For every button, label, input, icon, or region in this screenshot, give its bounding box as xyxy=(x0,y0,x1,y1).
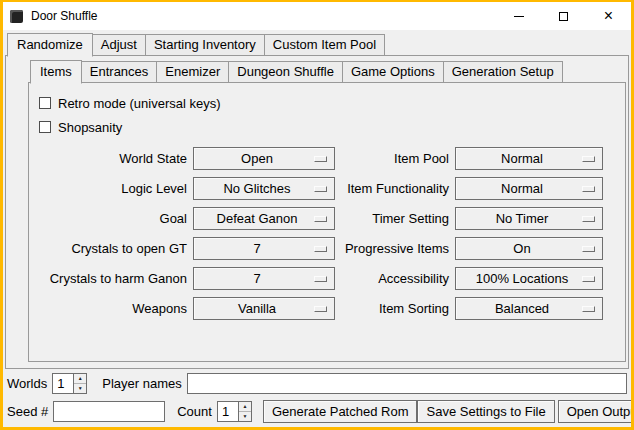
accessibility-dropdown[interactable]: 100% Locations xyxy=(455,267,603,290)
seed-input[interactable] xyxy=(53,401,165,422)
maximize-icon xyxy=(559,12,568,21)
save-settings-button[interactable]: Save Settings to File xyxy=(417,400,554,423)
close-icon: × xyxy=(604,8,613,24)
tab-dungeon-shuffle[interactable]: Dungeon Shuffle xyxy=(228,61,343,83)
close-button[interactable]: × xyxy=(586,2,631,30)
dropdown-indicator-icon xyxy=(314,156,327,162)
spin-down-button[interactable]: ▼ xyxy=(239,411,251,421)
spin-down-button[interactable]: ▼ xyxy=(74,383,86,393)
weapons-label: Weapons xyxy=(37,297,187,320)
goal-value: Defeat Ganon xyxy=(217,211,312,226)
count-label: Count xyxy=(177,404,212,419)
item-functionality-value: Normal xyxy=(501,181,557,196)
weapons-value: Vanilla xyxy=(238,301,290,316)
crystals-open-gt-label: Crystals to open GT xyxy=(37,237,187,260)
items-panel: Retro mode (universal keys) Shopsanity W… xyxy=(28,82,626,362)
item-sorting-label: Item Sorting xyxy=(341,297,449,320)
count-spinner[interactable]: 1 ▲ ▼ xyxy=(217,401,252,422)
tab-generation-setup[interactable]: Generation Setup xyxy=(443,61,563,83)
item-functionality-label: Item Functionality xyxy=(341,177,449,200)
retro-mode-checkbox-row[interactable]: Retro mode (universal keys) xyxy=(39,91,617,115)
logic-level-label: Logic Level xyxy=(37,177,187,200)
crystals-harm-ganon-value: 7 xyxy=(253,271,274,286)
dropdown-indicator-icon xyxy=(582,186,595,192)
dropdown-indicator-icon xyxy=(314,186,327,192)
tab-entrances[interactable]: Entrances xyxy=(81,61,158,83)
timer-setting-dropdown[interactable]: No Timer xyxy=(455,207,603,230)
accessibility-label: Accessibility xyxy=(341,267,449,290)
crystals-open-gt-dropdown[interactable]: 7 xyxy=(193,237,335,260)
app-window: Door Shuffle × Randomize Adjust Starting… xyxy=(0,0,634,430)
shopsanity-checkbox[interactable] xyxy=(39,121,51,133)
dropdown-indicator-icon xyxy=(314,216,327,222)
minimize-icon xyxy=(514,16,524,17)
bottom-bar: Worlds 1 ▲ ▼ Player names Seed # Count 1… xyxy=(3,369,631,427)
open-output-directory-button[interactable]: Open Output Directory xyxy=(558,400,634,423)
generate-patched-rom-button[interactable]: Generate Patched Rom xyxy=(263,400,418,423)
minimize-button[interactable] xyxy=(496,2,541,30)
count-value: 1 xyxy=(218,402,238,421)
app-icon xyxy=(10,10,23,23)
item-pool-label: Item Pool xyxy=(341,147,449,170)
dropdown-indicator-icon xyxy=(314,306,327,312)
inner-tab-bar: Items Entrances Enemizer Dungeon Shuffle… xyxy=(6,58,628,83)
worlds-row: Worlds 1 ▲ ▼ Player names xyxy=(7,372,627,395)
tab-randomize[interactable]: Randomize xyxy=(7,33,93,57)
settings-grid: World State Open Item Pool Normal Logic … xyxy=(37,147,617,320)
weapons-dropdown[interactable]: Vanilla xyxy=(193,297,335,320)
window-title: Door Shuffle xyxy=(31,9,98,23)
title-bar: Door Shuffle × xyxy=(3,2,631,30)
tab-custom-item-pool[interactable]: Custom Item Pool xyxy=(264,34,385,56)
crystals-harm-ganon-label: Crystals to harm Ganon xyxy=(37,267,187,290)
player-names-label: Player names xyxy=(102,376,181,391)
crystals-open-gt-value: 7 xyxy=(253,241,274,256)
progressive-items-value: On xyxy=(513,241,544,256)
retro-mode-label: Retro mode (universal keys) xyxy=(58,96,221,111)
crystals-harm-ganon-dropdown[interactable]: 7 xyxy=(193,267,335,290)
window-controls: × xyxy=(496,2,631,30)
outer-tab-bar: Randomize Adjust Starting Inventory Cust… xyxy=(3,30,631,56)
goal-label: Goal xyxy=(37,207,187,230)
tab-items[interactable]: Items xyxy=(30,60,82,84)
goal-dropdown[interactable]: Defeat Ganon xyxy=(193,207,335,230)
retro-mode-checkbox[interactable] xyxy=(39,97,51,109)
dropdown-indicator-icon xyxy=(582,156,595,162)
spin-up-button[interactable]: ▲ xyxy=(74,374,86,383)
logic-level-dropdown[interactable]: No Glitches xyxy=(193,177,335,200)
item-pool-dropdown[interactable]: Normal xyxy=(455,147,603,170)
shopsanity-checkbox-row[interactable]: Shopsanity xyxy=(39,115,617,139)
seed-label: Seed # xyxy=(7,404,48,419)
tab-game-options[interactable]: Game Options xyxy=(342,61,444,83)
shopsanity-label: Shopsanity xyxy=(58,120,122,135)
item-functionality-dropdown[interactable]: Normal xyxy=(455,177,603,200)
maximize-button[interactable] xyxy=(541,2,586,30)
worlds-spinner-arrows: ▲ ▼ xyxy=(73,374,86,393)
world-state-value: Open xyxy=(241,151,287,166)
dropdown-indicator-icon xyxy=(314,246,327,252)
count-spinner-arrows: ▲ ▼ xyxy=(238,402,251,421)
player-names-input[interactable] xyxy=(187,373,627,394)
timer-setting-label: Timer Setting xyxy=(341,207,449,230)
progressive-items-dropdown[interactable]: On xyxy=(455,237,603,260)
accessibility-value: 100% Locations xyxy=(476,271,583,286)
item-sorting-value: Balanced xyxy=(495,301,563,316)
dropdown-indicator-icon xyxy=(582,216,595,222)
world-state-dropdown[interactable]: Open xyxy=(193,147,335,170)
progressive-items-label: Progressive Items xyxy=(341,237,449,260)
dropdown-indicator-icon xyxy=(314,276,327,282)
timer-setting-value: No Timer xyxy=(496,211,563,226)
worlds-value: 1 xyxy=(53,374,73,393)
world-state-label: World State xyxy=(37,147,187,170)
tab-starting-inventory[interactable]: Starting Inventory xyxy=(145,34,265,56)
item-sorting-dropdown[interactable]: Balanced xyxy=(455,297,603,320)
tab-adjust[interactable]: Adjust xyxy=(92,34,146,56)
tab-enemizer[interactable]: Enemizer xyxy=(156,61,229,83)
dropdown-indicator-icon xyxy=(582,306,595,312)
seed-row: Seed # Count 1 ▲ ▼ Generate Patched Rom … xyxy=(7,400,627,423)
worlds-spinner[interactable]: 1 ▲ ▼ xyxy=(52,373,87,394)
dropdown-indicator-icon xyxy=(582,246,595,252)
dropdown-indicator-icon xyxy=(582,276,595,282)
worlds-label: Worlds xyxy=(7,376,47,391)
spin-up-button[interactable]: ▲ xyxy=(239,402,251,411)
logic-level-value: No Glitches xyxy=(223,181,304,196)
